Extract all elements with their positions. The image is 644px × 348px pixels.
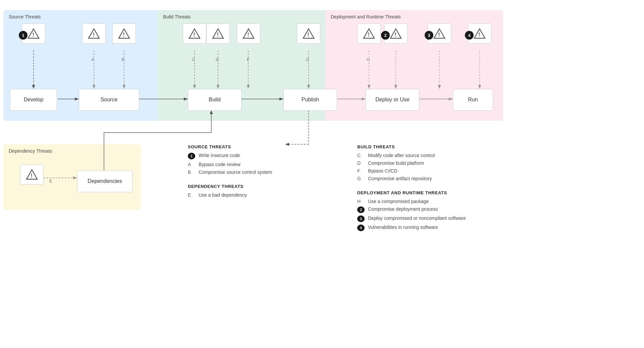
dependencies-box: Dependencies [77,170,132,192]
legend-key-h: H [357,199,365,204]
deployment-threats-label: Deployment and Runtime Threats [331,14,401,19]
legend-key-3: 3 [357,215,365,222]
svg-text:!: ! [217,32,219,38]
deployment-runtime-threats-title: DEPLOYMENT AND RUNTIME THREATS [357,190,506,195]
legend-item-d: D Compromise build platform [357,160,506,166]
source-threats-label: Source Threats [9,14,41,19]
legend-key-e: E [188,192,195,198]
legend-text-f: Bypass CI/CD [368,168,397,173]
legend-key-f: F [357,168,365,173]
badge-3-icon: 3 [425,31,433,40]
letter-g: G [306,57,309,62]
svg-text:!: ! [247,32,249,38]
threat-icon-e: ! [20,164,44,185]
threat-icon-g: ! [297,23,320,44]
threat-icon-c: ! [183,23,206,44]
legend-text-d: Compromise build platform [368,160,424,166]
legend-col-left: SOURCE THREATS 1 Write insecure code A B… [188,144,337,234]
svg-text:!: ! [32,32,34,38]
source-threats-title: SOURCE THREATS [188,144,337,149]
badge-4-icon: 4 [465,31,474,40]
legend-text-1: Write insecure code [199,153,240,158]
legend-key-1: 1 [188,153,195,159]
legend-item-1: 1 Write insecure code [188,153,337,159]
svg-text:!: ! [394,32,396,38]
letter-b: B [121,57,124,62]
legend-text-e: Use a bad dependency [199,192,247,198]
legend-item-b: B Compromise source control system [188,169,337,175]
publish-box: Publish [283,89,337,111]
legend-item-e: E Use a bad dependency [188,192,337,198]
deploy-box: Deploy or Use [366,89,419,111]
legend-text-a: Bypass code review [199,162,240,167]
legend-item-c: C Modify code after source control [357,153,506,158]
threat-icon-b: ! [112,23,136,44]
legend-text-4: Vulnerabilities in running software [368,225,438,230]
svg-text:!: ! [478,32,480,38]
legend-col-right: BUILD THREATS C Modify code after source… [357,144,506,234]
legend-key-a: A [188,162,195,167]
legend-key-c: C [357,153,365,158]
letter-f: F [247,57,250,62]
legend-key-2: 2 [357,206,365,213]
legend-key-d: D [357,160,365,166]
legend-key-4: 4 [357,225,365,231]
legend-text-g: Compromise artifact repository [368,176,432,181]
source-box: Source [79,89,139,111]
svg-text:!: ! [123,32,125,38]
legend-key-b: B [188,169,195,175]
svg-text:!: ! [93,32,95,38]
build-threats-title: BUILD THREATS [357,144,506,149]
svg-text:!: ! [31,172,33,179]
legend-item-f: F Bypass CI/CD [357,168,506,173]
legend-text-3: Deploy compromised or noncompliant softw… [368,215,466,221]
legend-item-a: A Bypass code review [188,162,337,167]
legend-item-g: G Compromise artifact repository [357,176,506,181]
diagram-area: Source Threats Build Threats Deployment … [0,0,644,348]
letter-h: H [367,57,370,62]
badge-2-icon: 2 [381,31,390,40]
svg-text:!: ! [438,32,440,38]
dependency-threats-label: Dependency Threats [9,148,52,154]
svg-text:!: ! [193,32,195,38]
legend-item-3: 3 Deploy compromised or noncompliant sof… [357,215,506,222]
svg-text:!: ! [307,32,309,38]
build-box: Build [188,89,241,111]
legend-item-4: 4 Vulnerabilities in running software [357,225,506,231]
legend-item-h: H Use a compromised package [357,199,506,204]
svg-text:!: ! [368,32,370,38]
threat-icon-d: ! [206,23,230,44]
threat-icon-h: ! [357,23,381,44]
legend-text-h: Use a compromised package [368,199,429,204]
dependency-threats-title: DEPENDENCY THREATS [188,184,337,189]
letter-c: C [192,57,195,62]
legend-text-c: Modify code after source control [368,153,435,158]
run-box: Run [453,89,493,111]
badge-1-icon: 1 [19,31,28,40]
legend-columns: SOURCE THREATS 1 Write insecure code A B… [188,144,506,234]
letter-a: A [91,57,94,62]
legend-text-2: Compromise deployment process [368,206,438,212]
legend-item-2: 2 Compromise deployment process [357,206,506,213]
letter-e: E [49,179,52,184]
letter-d: D [216,57,219,62]
build-threats-label: Build Threats [163,14,191,19]
develop-box: Develop [10,89,57,111]
legend-key-g: G [357,176,365,181]
threat-icon-a: ! [82,23,106,44]
legend: SOURCE THREATS 1 Write insecure code A B… [188,144,506,234]
legend-text-b: Compromise source control system [199,169,272,175]
threat-icon-f: ! [237,23,260,44]
